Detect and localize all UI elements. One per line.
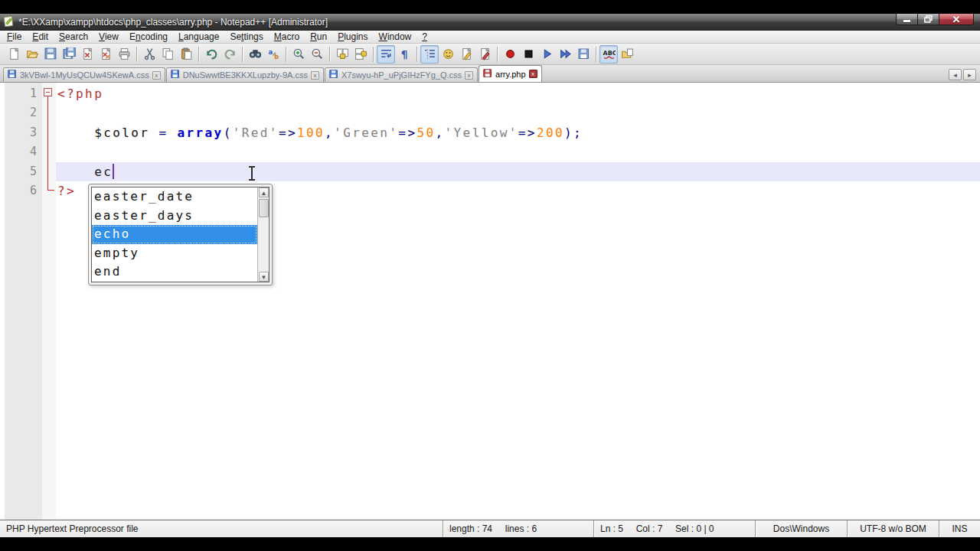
word-wrap-button[interactable] — [377, 45, 395, 64]
document-switcher-icon — [621, 47, 634, 60]
menu-item-view[interactable]: View — [93, 31, 124, 43]
code-line-5[interactable]: 5 ec — [0, 162, 980, 181]
close-all-icon — [100, 47, 113, 60]
code-segment: 100 — [297, 126, 325, 140]
menu-item-settings[interactable]: Settings — [224, 31, 268, 43]
sync-vertical-scroll-button[interactable] — [333, 45, 351, 64]
code-segment: <?php — [57, 86, 103, 101]
autocomplete-item-empty[interactable]: empty — [92, 244, 257, 263]
code-segment: => — [279, 126, 297, 140]
scroll-down-icon[interactable]: ▼ — [259, 272, 269, 282]
tab-close-icon[interactable]: x — [465, 71, 473, 80]
menu-item-encoding[interactable]: Encoding — [124, 31, 173, 43]
minimize-button[interactable] — [896, 14, 918, 25]
find-button[interactable] — [246, 45, 264, 64]
code-segment: , — [436, 126, 445, 140]
editor-pane[interactable]: 1<?php23 $color = array('Red'=>100,'Gree… — [0, 83, 980, 520]
code-line-3[interactable]: 3 $color = array('Red'=>100,'Green'=>50,… — [0, 123, 980, 142]
tab-scroll-right-button[interactable]: ▸ — [963, 69, 976, 80]
show-all-characters-button[interactable]: ¶ — [395, 45, 413, 64]
restore-button[interactable] — [918, 14, 939, 25]
user-defined-language-button[interactable] — [439, 45, 457, 64]
toolbar-group — [202, 45, 239, 64]
save-button[interactable] — [41, 45, 60, 64]
menu-item-language[interactable]: Language — [173, 31, 224, 43]
code-line-2[interactable]: 2 — [0, 103, 980, 122]
redo-button[interactable] — [220, 45, 239, 64]
paste-button[interactable] — [177, 45, 195, 64]
undo-button[interactable] — [202, 45, 220, 64]
eol-format-status: Dos\Windows — [755, 520, 847, 537]
scroll-up-icon[interactable]: ▲ — [259, 187, 269, 197]
replace-button[interactable]: ab — [264, 45, 283, 64]
code-text: ec — [57, 162, 114, 181]
macro-stop-icon — [522, 47, 535, 60]
document-map-button[interactable] — [457, 45, 475, 64]
tab-close-icon[interactable]: x — [311, 71, 319, 80]
open-file-button[interactable] — [23, 45, 41, 64]
menu-item-?[interactable]: ? — [416, 31, 433, 43]
code-segment — [149, 126, 158, 140]
copy-button[interactable] — [158, 45, 177, 64]
zoom-out-button[interactable] — [308, 45, 326, 64]
tab-3kvbwl-1myusqcuw4skewa.css[interactable]: 3kVBwl-1MyUsQCUw4SKewA.cssx — [3, 67, 165, 82]
tab-scroll-left-button[interactable]: ◂ — [949, 69, 962, 80]
close-button[interactable] — [78, 45, 96, 64]
menu-item-search[interactable]: Search — [54, 31, 93, 43]
macro-play-icon — [541, 47, 554, 60]
tab-close-icon[interactable]: x — [152, 71, 161, 80]
autocomplete-item-echo[interactable]: echo — [92, 225, 257, 244]
new-file-button[interactable] — [5, 45, 23, 64]
function-list-button[interactable] — [475, 45, 494, 64]
tab-dnuswwtbe3kkxlupzby-9a.css[interactable]: DNuSwwtBE3KKXLupzby-9A.cssx — [166, 67, 324, 82]
toolbar-separator — [497, 47, 498, 62]
menu-item-window[interactable]: Window — [374, 31, 417, 43]
close-all-button[interactable] — [96, 45, 115, 64]
tab-x7swyu-hp-upjgihzfyg-q.css[interactable]: X7swyu-hP_uPjGIHzFYg_Q.cssx — [325, 67, 478, 82]
toolbar-group: ABC — [599, 45, 636, 64]
show-indent-guide-button[interactable] — [420, 45, 439, 64]
menu-bar: FileEditSearchViewEncodingLanguageSettin… — [0, 31, 980, 44]
close-button[interactable]: ✕ — [939, 14, 974, 25]
svg-text:ABC: ABC — [603, 50, 615, 57]
spell-check-button[interactable]: ABC — [599, 45, 618, 64]
code-line-1[interactable]: 1<?php — [0, 84, 980, 103]
encoding-status: UTF-8 w/o BOM — [847, 520, 939, 537]
save-all-button[interactable] — [60, 45, 78, 64]
redo-icon — [224, 47, 237, 60]
code-line-4[interactable]: 4 — [0, 142, 980, 161]
menu-item-edit[interactable]: Edit — [27, 31, 54, 43]
macro-stop-button[interactable] — [519, 45, 537, 64]
code-segment — [168, 126, 177, 140]
cut-button[interactable] — [140, 45, 158, 64]
text-caret — [113, 164, 114, 179]
autocomplete-item-easter_days[interactable]: easter_days — [92, 207, 257, 226]
scrollbar-thumb[interactable] — [259, 199, 269, 217]
macro-save-button[interactable] — [574, 45, 593, 64]
menu-item-file[interactable]: File — [2, 31, 27, 43]
sync-horizontal-scroll-button[interactable] — [351, 45, 370, 64]
top-black-strip — [0, 0, 980, 14]
code-text: $color = array('Red'=>100,'Green'=>50,'Y… — [57, 123, 583, 142]
autocomplete-item-easter_date[interactable]: easter_date — [92, 187, 257, 207]
menu-item-run[interactable]: Run — [305, 31, 332, 43]
zoom-in-button[interactable] — [289, 45, 308, 64]
menu-item-macro[interactable]: Macro — [269, 31, 305, 43]
new-file-icon — [8, 47, 21, 60]
toolbar-separator — [286, 47, 286, 62]
macro-record-button[interactable] — [501, 45, 519, 64]
macro-play-button[interactable] — [537, 45, 556, 64]
toolbar: ab¶ABC — [0, 44, 980, 65]
replace-icon: ab — [267, 47, 280, 60]
menu-item-plugins[interactable]: Plugins — [332, 31, 373, 43]
autocomplete-item-end[interactable]: end — [92, 262, 257, 282]
macro-run-multiple-button[interactable] — [556, 45, 574, 64]
notepad-plus-plus-app-icon — [3, 16, 15, 28]
tab-arry.php[interactable]: arry.phpx — [479, 65, 542, 82]
autocomplete-scrollbar[interactable]: ▲ ▼ — [257, 187, 269, 282]
print-button[interactable] — [115, 45, 133, 64]
toolbar-separator — [416, 47, 417, 62]
toolbar-group — [140, 45, 195, 64]
document-switcher-button[interactable] — [618, 45, 636, 64]
tab-close-icon[interactable]: x — [529, 70, 537, 78]
